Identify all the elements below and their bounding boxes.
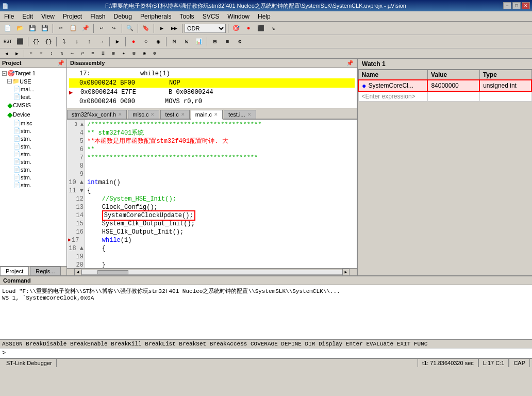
tab-project[interactable]: Project: [0, 267, 29, 275]
tree-item-stm1[interactable]: 📄 stm.: [1, 127, 65, 135]
close-tab-misc[interactable]: ✕: [151, 112, 155, 117]
watch-enter-expr[interactable]: <Enter expression>: [358, 91, 427, 102]
stop-btn[interactable]: ⬛: [255, 23, 267, 34]
menu-help[interactable]: Help: [254, 11, 275, 21]
nav6-btn[interactable]: ⇄: [78, 50, 87, 58]
new-btn[interactable]: 📄: [2, 23, 13, 34]
uart-btn[interactable]: ≡: [222, 36, 233, 47]
ac-break-kill[interactable]: BreakKill: [111, 341, 145, 347]
build-btn[interactable]: ▶: [156, 23, 168, 34]
braces2-btn[interactable]: {}: [43, 36, 54, 47]
nav12-btn[interactable]: ◉: [140, 50, 149, 58]
nav13-btn[interactable]: ⚙: [150, 50, 159, 58]
nav7-btn[interactable]: ≡: [88, 50, 97, 58]
nav3-btn[interactable]: ↕: [47, 50, 56, 58]
close-tab-stm32conf[interactable]: ✕: [118, 112, 122, 117]
tab-testi[interactable]: test.i... ✕: [224, 110, 256, 119]
bp-all-btn[interactable]: ◉: [153, 36, 164, 47]
ac-display[interactable]: Display: [319, 341, 346, 347]
ac-dir[interactable]: DIR: [305, 341, 319, 347]
ac-coverage[interactable]: COVERAGE: [251, 341, 281, 347]
open-btn[interactable]: 📂: [14, 23, 26, 34]
tree-item-cmsis[interactable]: ◆ CMSIS: [1, 101, 65, 110]
step-out-btn[interactable]: ↑: [84, 36, 95, 47]
ac-exit[interactable]: EXIT: [397, 341, 414, 347]
jump-back-btn[interactable]: ◀: [2, 50, 11, 58]
ac-func[interactable]: FUNC: [414, 341, 427, 347]
menu-view[interactable]: View: [37, 11, 59, 21]
nav9-btn[interactable]: ⊞: [109, 50, 118, 58]
step-btn[interactable]: ↘: [268, 23, 279, 34]
close-tab-testc[interactable]: ✕: [181, 112, 185, 117]
maximize-button[interactable]: □: [512, 2, 521, 9]
tree-item-use[interactable]: − 📁 USE: [1, 77, 65, 85]
tab-stm32conf[interactable]: stm32f4xx_conf.h ✕: [67, 110, 127, 119]
tree-item-stm3[interactable]: 📄 stm.: [1, 142, 65, 150]
stop-debug-btn[interactable]: ⬛: [14, 36, 26, 47]
save-btn[interactable]: 💾: [27, 23, 38, 34]
ac-define[interactable]: DEFINE: [281, 341, 305, 347]
ac-break-enable[interactable]: BreakEnable: [70, 341, 111, 347]
nav11-btn[interactable]: ⊟: [129, 50, 139, 58]
close-button[interactable]: ✕: [522, 2, 530, 9]
nav5-btn[interactable]: ↔: [68, 50, 77, 58]
tree-item-stm2[interactable]: 📄 stm.: [1, 135, 65, 142]
tab-registers[interactable]: Regis...: [30, 267, 60, 275]
menu-tools[interactable]: Tools: [176, 11, 198, 21]
run-to-btn[interactable]: →: [96, 36, 107, 47]
perf-btn[interactable]: 📊: [193, 36, 205, 47]
step-into-btn[interactable]: ↓: [71, 36, 82, 47]
tree-item-misc[interactable]: 📄 misc: [1, 119, 65, 127]
expand-use[interactable]: −: [7, 79, 12, 84]
ac-enter[interactable]: Enter: [346, 341, 367, 347]
target-btn[interactable]: 🎯: [230, 23, 242, 34]
nav4-btn[interactable]: ⇅: [57, 50, 66, 58]
bookmark-btn[interactable]: 🔖: [140, 23, 152, 34]
scroll-thumb[interactable]: [97, 270, 128, 274]
step-over-btn[interactable]: ⤵: [59, 36, 70, 47]
show-next-btn[interactable]: ▶: [112, 36, 123, 47]
code-scrollbar-h[interactable]: ◀ ▶: [67, 268, 357, 275]
settings-btn[interactable]: ⚙: [234, 36, 245, 47]
disassembly-pin-icon[interactable]: 📌: [346, 60, 354, 67]
paste-btn[interactable]: 📌: [80, 23, 91, 34]
tree-item-stm6[interactable]: 📄 stm.: [1, 166, 65, 173]
tree-item-test1[interactable]: 📄 test.: [1, 93, 65, 101]
tree-item-device[interactable]: ◆ Device: [1, 110, 65, 119]
undo-btn[interactable]: ↩: [96, 23, 107, 34]
save-all-btn[interactable]: 💾: [39, 23, 51, 34]
close-tab-testi[interactable]: ✕: [247, 112, 252, 117]
build-all-btn[interactable]: ▶▶: [169, 23, 180, 34]
find-btn[interactable]: 🔍: [124, 23, 136, 34]
reset-btn[interactable]: RST: [2, 36, 13, 47]
scroll-left-btn[interactable]: ◀: [74, 269, 81, 276]
run-btn[interactable]: ●: [243, 23, 254, 34]
watch-btn[interactable]: W: [181, 36, 192, 47]
redo-btn[interactable]: ↪: [108, 23, 120, 34]
nav2-btn[interactable]: ➡: [37, 50, 46, 58]
menu-peripherals[interactable]: Peripherals: [136, 11, 176, 21]
nav8-btn[interactable]: ≣: [98, 50, 108, 58]
menu-debug[interactable]: Debug: [110, 11, 136, 21]
tab-mainc[interactable]: main.c ✕: [191, 110, 223, 120]
tree-item-stm4[interactable]: 📄 stm.: [1, 150, 65, 158]
tab-misc[interactable]: misc.c ✕: [128, 110, 159, 119]
ac-break-disable[interactable]: BreakDisable: [26, 341, 70, 347]
panel-pin-icon[interactable]: 📌: [57, 60, 64, 67]
bp-disable-btn[interactable]: ○: [140, 36, 152, 47]
jump-fwd-btn[interactable]: ▶: [12, 50, 22, 58]
menu-svcs[interactable]: SVCS: [198, 11, 224, 21]
close-tab-mainc[interactable]: ✕: [214, 112, 218, 117]
tree-item-stm5[interactable]: 📄 stm.: [1, 158, 65, 166]
menu-project[interactable]: Project: [59, 11, 86, 21]
logic-btn[interactable]: ⊞: [209, 36, 221, 47]
tree-item-stm8[interactable]: 📄 stm.: [1, 181, 65, 189]
menu-window[interactable]: Window: [223, 11, 254, 21]
bp-btn[interactable]: ●: [128, 36, 139, 47]
minimize-button[interactable]: −: [503, 2, 511, 9]
ac-break-list[interactable]: BreakList: [145, 341, 179, 347]
scroll-right-btn[interactable]: ▶: [342, 269, 350, 276]
ac-break-access[interactable]: BreakAccess: [210, 341, 251, 347]
tab-testc[interactable]: test.c ✕: [160, 110, 189, 119]
odr-combo[interactable]: ODR: [185, 24, 226, 33]
